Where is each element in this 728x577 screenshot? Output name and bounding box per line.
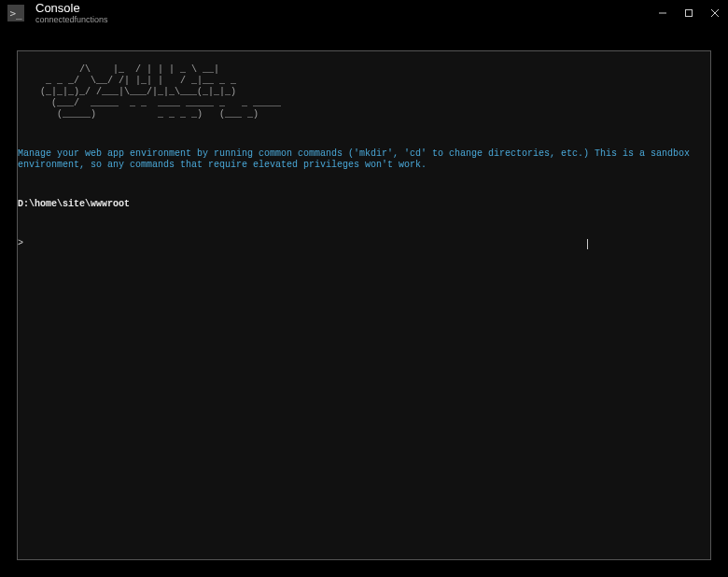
- titlebar: >_ Console connectedfunctions: [0, 0, 728, 26]
- prompt-line: >: [18, 238, 710, 249]
- maximize-button[interactable]: [676, 0, 702, 26]
- cursor-icon: [587, 239, 588, 249]
- svg-rect-1: [686, 10, 693, 17]
- prompt-symbol: >: [18, 238, 23, 249]
- window-controls: [650, 0, 728, 26]
- ascii-art-banner: /\ |_ / | | | _ \ __| _ _ _/ \__/ /| |_|…: [18, 64, 710, 120]
- window-title: Console: [35, 2, 650, 15]
- subheader: [0, 26, 728, 50]
- minimize-button[interactable]: [650, 0, 676, 26]
- current-path: D:\home\site\wwwroot: [18, 199, 710, 210]
- terminal-panel[interactable]: /\ |_ / | | | _ \ __| _ _ _/ \__/ /| |_|…: [17, 50, 711, 560]
- titlebar-text: Console connectedfunctions: [35, 2, 650, 24]
- console-icon-glyph: >_: [9, 7, 21, 20]
- window-subtitle: connectedfunctions: [35, 15, 650, 24]
- close-button[interactable]: [702, 0, 728, 26]
- command-input[interactable]: [27, 239, 587, 249]
- console-icon: >_: [7, 5, 24, 21]
- terminal-info-text: Manage your web app environment by runni…: [18, 148, 710, 171]
- terminal-content: /\ |_ / | | | _ \ __| _ _ _/ \__/ /| |_|…: [18, 51, 710, 272]
